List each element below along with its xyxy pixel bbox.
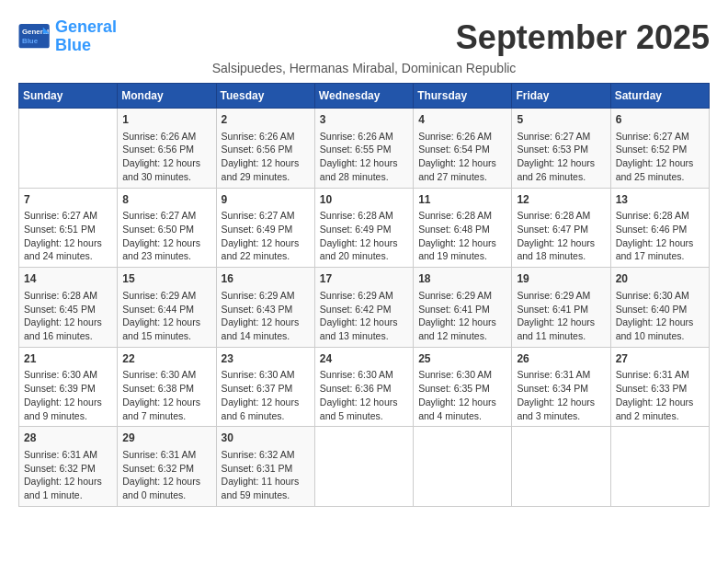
day-header-friday: Friday <box>512 84 610 109</box>
day-info: Sunrise: 6:27 AM Sunset: 6:49 PM Dayligh… <box>222 209 310 263</box>
calendar-cell: 23Sunrise: 6:30 AM Sunset: 6:37 PM Dayli… <box>216 347 314 427</box>
logo-text: GeneralBlue <box>55 18 117 55</box>
day-info: Sunrise: 6:29 AM Sunset: 6:43 PM Dayligh… <box>222 289 310 343</box>
day-number: 29 <box>122 431 210 446</box>
day-number: 27 <box>616 351 704 367</box>
day-info: Sunrise: 6:29 AM Sunset: 6:41 PM Dayligh… <box>418 289 506 343</box>
day-info: Sunrise: 6:31 AM Sunset: 6:32 PM Dayligh… <box>122 448 210 502</box>
calendar-cell: 19Sunrise: 6:29 AM Sunset: 6:41 PM Dayli… <box>512 268 610 348</box>
day-info: Sunrise: 6:29 AM Sunset: 6:41 PM Dayligh… <box>517 289 605 343</box>
day-number: 8 <box>122 192 210 208</box>
calendar-cell: 3Sunrise: 6:26 AM Sunset: 6:55 PM Daylig… <box>314 109 413 189</box>
day-header-monday: Monday <box>118 84 216 109</box>
day-number: 9 <box>222 192 310 208</box>
day-info: Sunrise: 6:29 AM Sunset: 6:42 PM Dayligh… <box>320 289 408 343</box>
day-number: 13 <box>616 192 704 208</box>
day-number: 26 <box>517 351 605 367</box>
calendar-cell: 5Sunrise: 6:27 AM Sunset: 6:53 PM Daylig… <box>512 109 610 189</box>
week-row-3: 14Sunrise: 6:28 AM Sunset: 6:45 PM Dayli… <box>19 268 710 348</box>
day-info: Sunrise: 6:30 AM Sunset: 6:35 PM Dayligh… <box>418 368 506 422</box>
day-number: 18 <box>418 271 506 287</box>
day-number: 22 <box>122 351 210 367</box>
calendar-table: SundayMondayTuesdayWednesdayThursdayFrid… <box>18 83 710 507</box>
day-number: 30 <box>222 431 310 446</box>
day-info: Sunrise: 6:31 AM Sunset: 6:33 PM Dayligh… <box>616 368 704 422</box>
day-info: Sunrise: 6:30 AM Sunset: 6:40 PM Dayligh… <box>616 289 704 343</box>
day-number: 20 <box>616 271 704 287</box>
day-number: 28 <box>24 431 112 446</box>
day-info: Sunrise: 6:27 AM Sunset: 6:52 PM Dayligh… <box>616 130 704 184</box>
calendar-cell: 9Sunrise: 6:27 AM Sunset: 6:49 PM Daylig… <box>216 188 314 268</box>
day-info: Sunrise: 6:28 AM Sunset: 6:45 PM Dayligh… <box>24 289 112 343</box>
day-number: 16 <box>222 271 310 287</box>
calendar-cell: 2Sunrise: 6:26 AM Sunset: 6:56 PM Daylig… <box>216 109 314 189</box>
week-row-4: 21Sunrise: 6:30 AM Sunset: 6:39 PM Dayli… <box>19 347 710 427</box>
day-number: 21 <box>24 351 112 367</box>
day-info: Sunrise: 6:32 AM Sunset: 6:31 PM Dayligh… <box>222 448 310 502</box>
day-number: 14 <box>24 271 112 287</box>
day-number: 4 <box>418 112 506 128</box>
week-row-2: 7Sunrise: 6:27 AM Sunset: 6:51 PM Daylig… <box>19 188 710 268</box>
calendar-cell: 16Sunrise: 6:29 AM Sunset: 6:43 PM Dayli… <box>216 268 314 348</box>
day-info: Sunrise: 6:27 AM Sunset: 6:50 PM Dayligh… <box>122 209 210 263</box>
calendar-cell: 1Sunrise: 6:26 AM Sunset: 6:56 PM Daylig… <box>118 109 216 189</box>
calendar-cell <box>414 427 512 507</box>
calendar-cell: 22Sunrise: 6:30 AM Sunset: 6:38 PM Dayli… <box>118 347 216 427</box>
page-header: General Blue GeneralBlue September 2025 <box>18 18 710 57</box>
day-header-saturday: Saturday <box>610 84 709 109</box>
day-number: 15 <box>122 271 210 287</box>
calendar-cell: 25Sunrise: 6:30 AM Sunset: 6:35 PM Dayli… <box>414 347 512 427</box>
day-info: Sunrise: 6:31 AM Sunset: 6:34 PM Dayligh… <box>517 368 605 422</box>
day-info: Sunrise: 6:31 AM Sunset: 6:32 PM Dayligh… <box>24 448 112 502</box>
month-title: September 2025 <box>456 18 710 57</box>
week-row-5: 28Sunrise: 6:31 AM Sunset: 6:32 PM Dayli… <box>19 427 710 507</box>
calendar-cell: 8Sunrise: 6:27 AM Sunset: 6:50 PM Daylig… <box>118 188 216 268</box>
calendar-cell: 15Sunrise: 6:29 AM Sunset: 6:44 PM Dayli… <box>118 268 216 348</box>
day-number: 23 <box>222 351 310 367</box>
day-info: Sunrise: 6:27 AM Sunset: 6:53 PM Dayligh… <box>517 130 605 184</box>
calendar-cell: 12Sunrise: 6:28 AM Sunset: 6:47 PM Dayli… <box>512 188 610 268</box>
day-header-tuesday: Tuesday <box>216 84 314 109</box>
calendar-cell: 30Sunrise: 6:32 AM Sunset: 6:31 PM Dayli… <box>216 427 314 507</box>
day-number: 1 <box>122 112 210 128</box>
calendar-cell: 21Sunrise: 6:30 AM Sunset: 6:39 PM Dayli… <box>19 347 118 427</box>
logo: General Blue GeneralBlue <box>18 18 117 55</box>
calendar-cell: 27Sunrise: 6:31 AM Sunset: 6:33 PM Dayli… <box>610 347 709 427</box>
day-number: 2 <box>222 112 310 128</box>
day-header-thursday: Thursday <box>414 84 512 109</box>
svg-text:Blue: Blue <box>22 37 39 45</box>
day-header-wednesday: Wednesday <box>314 84 413 109</box>
calendar-cell: 24Sunrise: 6:30 AM Sunset: 6:36 PM Dayli… <box>314 347 413 427</box>
day-info: Sunrise: 6:28 AM Sunset: 6:46 PM Dayligh… <box>616 209 704 263</box>
day-info: Sunrise: 6:26 AM Sunset: 6:56 PM Dayligh… <box>222 130 310 184</box>
calendar-cell: 13Sunrise: 6:28 AM Sunset: 6:46 PM Dayli… <box>610 188 709 268</box>
calendar-cell: 14Sunrise: 6:28 AM Sunset: 6:45 PM Dayli… <box>19 268 118 348</box>
day-number: 19 <box>517 271 605 287</box>
calendar-cell: 17Sunrise: 6:29 AM Sunset: 6:42 PM Dayli… <box>314 268 413 348</box>
calendar-cell <box>314 427 413 507</box>
day-info: Sunrise: 6:29 AM Sunset: 6:44 PM Dayligh… <box>122 289 210 343</box>
day-number: 5 <box>517 112 605 128</box>
day-number: 6 <box>616 112 704 128</box>
day-info: Sunrise: 6:28 AM Sunset: 6:49 PM Dayligh… <box>320 209 408 263</box>
day-number: 10 <box>320 192 408 208</box>
day-number: 12 <box>517 192 605 208</box>
day-info: Sunrise: 6:30 AM Sunset: 6:37 PM Dayligh… <box>222 368 310 422</box>
day-info: Sunrise: 6:30 AM Sunset: 6:36 PM Dayligh… <box>320 368 408 422</box>
calendar-subtitle: Salsipuedes, Hermanas Mirabal, Dominican… <box>18 61 710 75</box>
week-row-1: 1Sunrise: 6:26 AM Sunset: 6:56 PM Daylig… <box>19 109 710 189</box>
calendar-cell: 6Sunrise: 6:27 AM Sunset: 6:52 PM Daylig… <box>610 109 709 189</box>
calendar-cell: 11Sunrise: 6:28 AM Sunset: 6:48 PM Dayli… <box>414 188 512 268</box>
day-info: Sunrise: 6:26 AM Sunset: 6:55 PM Dayligh… <box>320 130 408 184</box>
calendar-cell: 26Sunrise: 6:31 AM Sunset: 6:34 PM Dayli… <box>512 347 610 427</box>
day-info: Sunrise: 6:27 AM Sunset: 6:51 PM Dayligh… <box>24 209 112 263</box>
calendar-cell: 4Sunrise: 6:26 AM Sunset: 6:54 PM Daylig… <box>414 109 512 189</box>
calendar-cell: 28Sunrise: 6:31 AM Sunset: 6:32 PM Dayli… <box>19 427 118 507</box>
calendar-cell <box>19 109 118 189</box>
day-info: Sunrise: 6:28 AM Sunset: 6:47 PM Dayligh… <box>517 209 605 263</box>
day-number: 3 <box>320 112 408 128</box>
calendar-header: SundayMondayTuesdayWednesdayThursdayFrid… <box>19 84 710 109</box>
day-number: 7 <box>24 192 112 208</box>
day-number: 17 <box>320 271 408 287</box>
day-info: Sunrise: 6:26 AM Sunset: 6:56 PM Dayligh… <box>122 130 210 184</box>
